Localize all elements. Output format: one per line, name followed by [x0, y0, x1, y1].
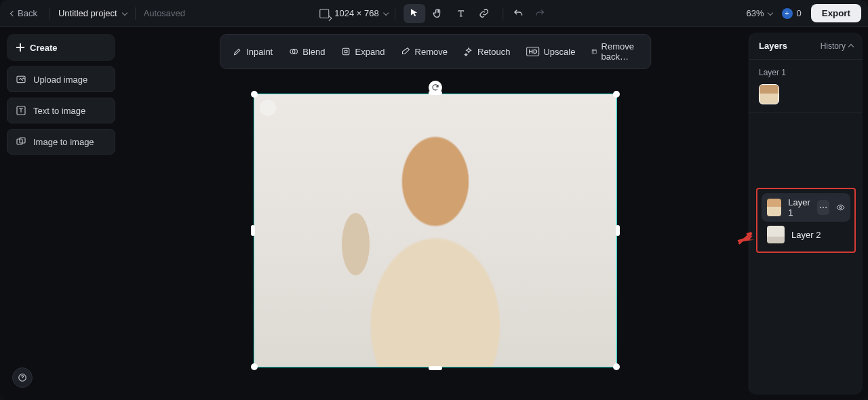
chevron-down-icon — [767, 9, 772, 15]
project-name-dropdown[interactable]: Untitled project — [58, 8, 127, 18]
canvas-image — [254, 94, 616, 367]
active-layer-section: Layer 1 — [749, 60, 863, 113]
remove-label: Remove — [415, 47, 448, 57]
back-label: Back — [18, 8, 37, 18]
resize-handle[interactable] — [616, 225, 620, 236]
upscale-label: Upscale — [543, 47, 575, 57]
create-header[interactable]: Create — [7, 34, 115, 61]
text-icon — [456, 8, 466, 18]
retouch-label: Retouch — [477, 47, 510, 57]
text-tool[interactable] — [450, 4, 472, 23]
image-to-image-label: Image to image — [33, 137, 94, 147]
back-button[interactable]: Back — [7, 5, 41, 21]
visibility-toggle[interactable] — [836, 202, 845, 213]
image-to-image-button[interactable]: Image to image — [7, 129, 115, 155]
history-toggle[interactable]: History — [821, 41, 853, 51]
canvas-tool-group — [403, 3, 496, 24]
action-toolbar: Inpaint Blend Expand Remove Retouch — [220, 34, 651, 69]
undo-icon — [513, 8, 524, 19]
blend-label: Blend — [302, 47, 325, 57]
text-to-image-button[interactable]: Text to image — [7, 98, 115, 123]
credits-display[interactable]: 0 — [782, 8, 802, 19]
ai-badge-icon — [260, 100, 276, 116]
expand-label: Expand — [355, 47, 384, 57]
layers-title: Layers — [759, 41, 787, 51]
upload-label: Upload image — [33, 75, 87, 85]
export-button[interactable]: Export — [811, 4, 861, 22]
left-sidebar: Create Upload image Text to image Image … — [0, 27, 122, 400]
active-layer-thumbnail[interactable] — [759, 84, 779, 104]
undo-button[interactable] — [511, 5, 527, 22]
redo-button[interactable] — [532, 5, 549, 22]
resize-handle[interactable] — [251, 363, 258, 370]
resize-handle[interactable] — [613, 91, 620, 98]
hand-tool[interactable] — [427, 4, 449, 23]
chevron-down-icon — [121, 9, 127, 15]
redo-icon — [535, 8, 546, 19]
divider — [135, 7, 136, 20]
help-button[interactable] — [12, 367, 33, 388]
image-to-image-icon — [16, 136, 26, 147]
chevron-left-icon — [10, 10, 16, 16]
svg-rect-7 — [592, 49, 596, 54]
layers-list-annotated: Layer 1 Layer 2 — [756, 188, 856, 253]
svg-point-11 — [840, 206, 842, 208]
remove-bg-label: Remove back… — [601, 41, 638, 62]
text-to-image-label: Text to image — [33, 106, 85, 116]
hd-icon: HD — [526, 47, 539, 56]
svg-point-9 — [823, 207, 824, 208]
svg-point-10 — [825, 207, 827, 208]
remove-background-button[interactable]: Remove back… — [585, 37, 644, 66]
canvas-dimensions-dropdown[interactable]: 1024 × 768 — [319, 8, 388, 18]
more-icon — [818, 203, 828, 212]
dimensions-value: 1024 × 768 — [334, 8, 378, 18]
layer-thumbnail — [767, 226, 785, 243]
remove-bg-icon — [591, 47, 597, 56]
expand-icon — [341, 47, 351, 56]
layer-more-button[interactable] — [817, 200, 829, 215]
blend-icon — [289, 47, 298, 56]
resize-handle[interactable] — [251, 225, 255, 236]
layer-row[interactable]: Layer 2 — [762, 222, 850, 247]
canvas-selection[interactable] — [254, 94, 617, 367]
help-icon — [18, 373, 27, 382]
autosaved-label: Autosaved — [144, 8, 185, 18]
credits-value: 0 — [797, 8, 802, 18]
select-tool[interactable] — [404, 4, 426, 23]
hand-icon — [433, 8, 443, 19]
resize-handle[interactable] — [613, 363, 620, 370]
remove-button[interactable]: Remove — [395, 43, 454, 61]
zoom-dropdown[interactable]: 63% — [747, 8, 772, 18]
link-tool[interactable] — [473, 4, 495, 23]
divider — [503, 7, 504, 20]
inpaint-button[interactable]: Inpaint — [226, 43, 279, 61]
resize-handle[interactable] — [429, 366, 442, 370]
crop-icon — [319, 9, 329, 18]
expand-button[interactable]: Expand — [334, 43, 391, 61]
zoom-value: 63% — [747, 8, 764, 18]
create-label: Create — [30, 43, 57, 53]
layer-thumbnail — [767, 199, 781, 216]
annotation-arrow — [737, 226, 756, 247]
retouch-button[interactable]: Retouch — [457, 43, 517, 61]
blend-button[interactable]: Blend — [282, 43, 332, 61]
resize-handle[interactable] — [429, 91, 442, 95]
svg-point-8 — [820, 207, 821, 208]
upscale-button[interactable]: HD Upscale — [519, 43, 582, 61]
canvas-area[interactable]: Inpaint Blend Expand Remove Retouch — [122, 27, 749, 400]
chevron-down-icon — [383, 9, 389, 15]
divider — [50, 7, 50, 20]
plus-icon — [16, 43, 24, 52]
layer-name: Layer 2 — [791, 230, 845, 240]
upload-image-button[interactable]: Upload image — [7, 66, 115, 92]
export-label: Export — [822, 8, 850, 18]
top-bar: Back Untitled project Autosaved 1024 × 7… — [0, 0, 868, 27]
eraser-icon — [401, 47, 411, 56]
cursor-icon — [410, 8, 420, 19]
inpaint-icon — [233, 47, 242, 56]
text-to-image-icon — [16, 105, 26, 116]
history-label: History — [821, 41, 846, 51]
upload-icon — [16, 74, 26, 85]
resize-handle[interactable] — [251, 91, 258, 98]
layer-row[interactable]: Layer 1 — [762, 193, 850, 222]
